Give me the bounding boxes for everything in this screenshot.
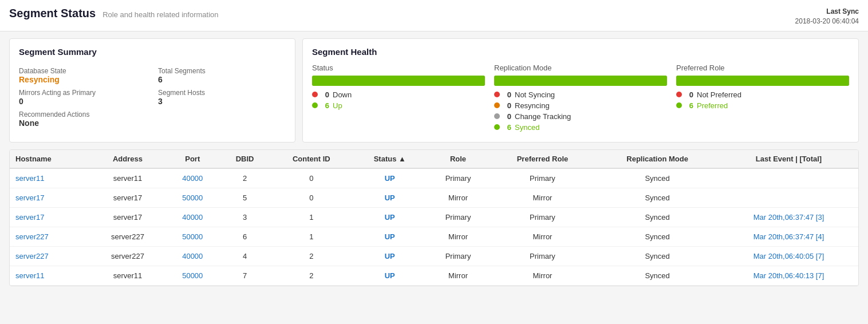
synced-item: 6 Synced bbox=[494, 123, 667, 132]
table-row: server17server175000050UPMirrorMirrorSyn… bbox=[10, 188, 858, 207]
table-header-row: Hostname Address Port DBID Content ID St… bbox=[10, 150, 858, 168]
not-syncing-count: 0 bbox=[503, 90, 511, 99]
col-content-id[interactable]: Content ID bbox=[270, 150, 353, 168]
status-bar-fill bbox=[312, 76, 485, 86]
col-role[interactable]: Role bbox=[427, 150, 490, 168]
segment-table: Hostname Address Port DBID Content ID St… bbox=[10, 150, 858, 286]
dot-green-preferred bbox=[676, 102, 682, 108]
preferred-label: Preferred bbox=[697, 101, 728, 110]
health-columns: Status 0 Down 6 Up bbox=[312, 64, 849, 134]
status-up-label: Up bbox=[333, 101, 342, 110]
col-dbid[interactable]: DBID bbox=[220, 150, 270, 168]
cell-preferred-role: Primary bbox=[490, 246, 595, 266]
cell-last-event[interactable]: Mar 20th,06:40:13 [7] bbox=[719, 266, 858, 285]
cell-content-id: 1 bbox=[270, 207, 353, 227]
db-state-label: Database State bbox=[19, 67, 147, 75]
col-last-event[interactable]: Last Event | [Total] bbox=[719, 150, 858, 168]
not-preferred-item: 0 Not Preferred bbox=[676, 90, 849, 99]
cell-dbid: 6 bbox=[220, 227, 270, 246]
cell-preferred-role: Mirror bbox=[490, 188, 595, 207]
col-port[interactable]: Port bbox=[165, 150, 220, 168]
dot-red-down bbox=[312, 92, 318, 97]
dot-gray-changetracking bbox=[494, 113, 500, 119]
col-hostname[interactable]: Hostname bbox=[10, 150, 90, 168]
table-row: server227server2275000061UPMirrorMirrorS… bbox=[10, 227, 858, 246]
cell-content-id: 2 bbox=[270, 266, 353, 285]
cell-hostname[interactable]: server17 bbox=[10, 207, 90, 227]
status-up-count: 6 bbox=[321, 101, 329, 110]
table-row: server11server115000072UPMirrorMirrorSyn… bbox=[10, 266, 858, 285]
segment-health-title: Segment Health bbox=[312, 47, 849, 57]
cell-content-id: 0 bbox=[270, 168, 353, 188]
page-title: Segment Status bbox=[9, 7, 96, 20]
table-row: server17server174000031UPPrimaryPrimaryS… bbox=[10, 207, 858, 227]
health-replication-col: Replication Mode 0 Not Syncing 0 Resynci… bbox=[494, 64, 667, 134]
synced-label: Synced bbox=[515, 123, 539, 132]
recommended-value: None bbox=[19, 118, 286, 128]
cell-role: Mirror bbox=[427, 227, 490, 246]
cell-hostname[interactable]: server11 bbox=[10, 266, 90, 285]
last-sync-value: 2018-03-20 06:40:04 bbox=[795, 17, 859, 26]
not-preferred-label: Not Preferred bbox=[697, 90, 741, 99]
cell-role: Primary bbox=[427, 246, 490, 266]
total-segments-label: Total Segments bbox=[158, 67, 286, 75]
cell-replication-mode: Synced bbox=[595, 168, 719, 188]
cell-last-event[interactable]: Mar 20th,06:40:05 [7] bbox=[719, 246, 858, 266]
cell-status: UP bbox=[353, 266, 427, 285]
last-sync-block: Last Sync 2018-03-20 06:40:04 bbox=[795, 7, 859, 26]
cell-port: 40000 bbox=[165, 246, 220, 266]
cell-hostname[interactable]: server17 bbox=[10, 188, 90, 207]
preferred-item: 6 Preferred bbox=[676, 101, 849, 110]
cell-hostname[interactable]: server227 bbox=[10, 246, 90, 266]
cell-status: UP bbox=[353, 227, 427, 246]
cell-preferred-role: Mirror bbox=[490, 227, 595, 246]
title-group: Segment Status Role and health related i… bbox=[9, 7, 219, 20]
segment-hosts-label: Segment Hosts bbox=[158, 89, 286, 97]
status-down-count: 0 bbox=[321, 90, 329, 99]
page-header: Segment Status Role and health related i… bbox=[0, 0, 868, 31]
cell-replication-mode: Synced bbox=[595, 227, 719, 246]
cell-last-event[interactable]: Mar 20th,06:37:47 [3] bbox=[719, 207, 858, 227]
total-segments-value: 6 bbox=[158, 75, 286, 84]
cell-role: Mirror bbox=[427, 266, 490, 285]
cell-last-event[interactable]: Mar 20th,06:37:47 [4] bbox=[719, 227, 858, 246]
preferred-role-bar-fill bbox=[676, 76, 849, 86]
top-panels: Segment Summary Database State Resyncing… bbox=[9, 38, 859, 143]
cell-port: 50000 bbox=[165, 227, 220, 246]
cell-replication-mode: Synced bbox=[595, 246, 719, 266]
table-row: server11server114000020UPPrimaryPrimaryS… bbox=[10, 168, 858, 188]
synced-count: 6 bbox=[503, 123, 511, 132]
preferred-role-progress-bar bbox=[676, 76, 849, 86]
cell-status: UP bbox=[353, 168, 427, 188]
status-progress-bar bbox=[312, 76, 485, 86]
change-tracking-item: 0 Change Tracking bbox=[494, 112, 667, 121]
cell-hostname[interactable]: server11 bbox=[10, 168, 90, 188]
cell-status: UP bbox=[353, 188, 427, 207]
col-status[interactable]: Status ▲ bbox=[353, 150, 427, 168]
status-up-item: 6 Up bbox=[312, 101, 485, 110]
cell-port: 50000 bbox=[165, 188, 220, 207]
cell-hostname[interactable]: server227 bbox=[10, 227, 90, 246]
cell-dbid: 2 bbox=[220, 168, 270, 188]
cell-port: 40000 bbox=[165, 207, 220, 227]
col-preferred-role[interactable]: Preferred Role bbox=[490, 150, 595, 168]
cell-role: Primary bbox=[427, 207, 490, 227]
cell-last-event bbox=[719, 188, 858, 207]
cell-status: UP bbox=[353, 207, 427, 227]
col-replication-mode[interactable]: Replication Mode bbox=[595, 150, 719, 168]
main-content: Segment Summary Database State Resyncing… bbox=[0, 31, 868, 293]
cell-content-id: 0 bbox=[270, 188, 353, 207]
preferred-role-col-title: Preferred Role bbox=[676, 64, 849, 72]
cell-dbid: 3 bbox=[220, 207, 270, 227]
cell-dbid: 4 bbox=[220, 246, 270, 266]
status-down-item: 0 Down bbox=[312, 90, 485, 99]
cell-replication-mode: Synced bbox=[595, 188, 719, 207]
cell-replication-mode: Synced bbox=[595, 207, 719, 227]
db-state-value: Resyncing bbox=[19, 75, 147, 84]
cell-address: server227 bbox=[90, 227, 165, 246]
cell-address: server17 bbox=[90, 207, 165, 227]
cell-status: UP bbox=[353, 246, 427, 266]
col-address[interactable]: Address bbox=[90, 150, 165, 168]
last-sync-label: Last Sync bbox=[795, 7, 859, 17]
cell-role: Mirror bbox=[427, 188, 490, 207]
